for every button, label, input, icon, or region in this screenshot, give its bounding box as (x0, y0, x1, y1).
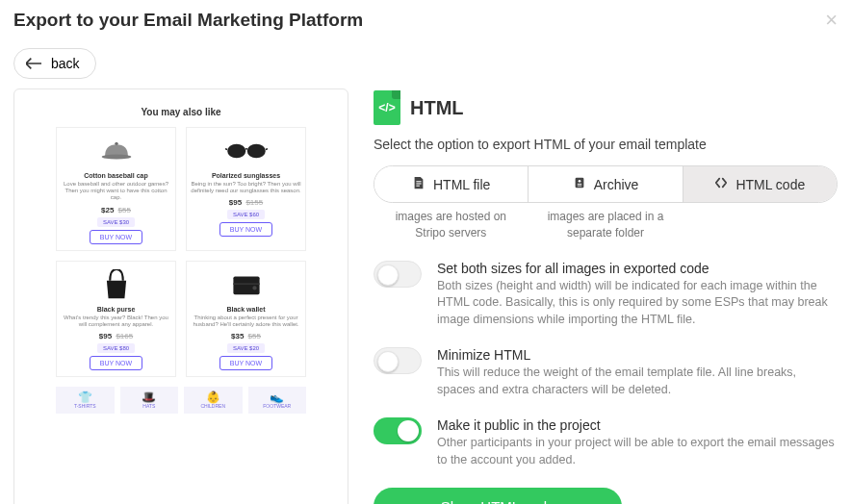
tab-html-file[interactable]: HTML file (374, 166, 529, 202)
template-preview: You may also like Cotton baseball capLov… (13, 88, 348, 504)
tab-label: Archive (594, 177, 639, 192)
product-price: $95 $155 (191, 198, 301, 207)
option-title: Minimize HTML (437, 347, 838, 363)
svg-point-0 (101, 154, 131, 159)
svg-rect-4 (233, 276, 259, 294)
product-desc: What's trendy this year? Black! Then you… (61, 315, 171, 328)
export-option: Make it public in the projectOther parti… (374, 417, 838, 468)
product-name: Cotton baseball cap (61, 172, 171, 179)
svg-rect-10 (575, 178, 583, 189)
svg-point-11 (578, 180, 580, 183)
html-file-icon: </> (374, 90, 400, 125)
product-name: Black wallet (191, 306, 301, 313)
buy-now-button: BUY NOW (219, 222, 272, 237)
preview-product-card: Polarized sunglassesBeing in the sun? To… (186, 127, 306, 251)
export-tabs: HTML fileArchiveHTML code (374, 165, 838, 203)
preview-category: 👕T-SHIRTS (56, 387, 115, 414)
option-desc: Both sizes (height and width) will be in… (437, 278, 838, 329)
category-label: FOOTWEAR (263, 403, 291, 409)
product-price: $95 $165 (61, 332, 171, 340)
export-option: Set both sizes for all images in exporte… (374, 261, 838, 329)
product-image (61, 267, 171, 302)
tab-subtext (683, 203, 838, 241)
tab-label: HTML code (735, 177, 805, 192)
svg-rect-7 (416, 181, 421, 182)
arrow-left-icon (26, 58, 41, 69)
product-name: Black purse (61, 306, 171, 313)
product-image (191, 267, 301, 302)
category-icon: 👟 (270, 391, 284, 403)
product-image (191, 134, 301, 168)
tab-subtext: images are placed in a separate folder (529, 203, 683, 241)
product-price: $35 $55 (191, 332, 301, 340)
tab-html-file-icon (412, 176, 426, 192)
svg-rect-8 (416, 183, 421, 184)
export-option: Minimize HTMLThis will reduce the weight… (374, 347, 838, 398)
toggle-both-sizes[interactable] (374, 261, 422, 288)
svg-point-6 (252, 286, 256, 290)
product-save-badge: SAVE $30 (97, 217, 135, 227)
category-label: CHILDREN (200, 403, 225, 409)
tab-subtext: images are hosted on Stripo servers (374, 203, 529, 241)
tab-html-code[interactable]: HTML code (683, 166, 837, 202)
svg-point-3 (246, 144, 265, 159)
toggle-minimize-html[interactable] (374, 347, 422, 374)
preview-category: 🎩HATS (120, 387, 179, 414)
category-icon: 👕 (78, 391, 92, 403)
back-button-label: back (51, 56, 80, 71)
tab-html-code-icon (714, 176, 728, 192)
buy-now-button: BUY NOW (90, 356, 142, 370)
svg-rect-13 (577, 186, 580, 187)
preview-product-card: Cotton baseball capLove baseball and oth… (56, 127, 176, 251)
svg-point-1 (115, 142, 117, 145)
product-save-badge: SAVE $80 (97, 343, 135, 353)
preview-category: 👶CHILDREN (184, 387, 243, 414)
product-save-badge: SAVE $20 (227, 343, 265, 353)
product-desc: Love baseball and other outdoor games? T… (61, 181, 171, 202)
category-icon: 🎩 (142, 391, 156, 403)
svg-rect-9 (416, 186, 420, 187)
product-save-badge: SAVE $60 (227, 210, 265, 219)
product-name: Polarized sunglasses (191, 172, 301, 179)
format-title: HTML (410, 97, 464, 119)
product-image (61, 134, 171, 168)
product-desc: Thinking about a perfect present for you… (191, 315, 301, 328)
preview-product-card: Black purseWhat's trendy this year? Blac… (56, 261, 176, 377)
tab-archive-icon (573, 176, 586, 192)
product-price: $25 $55 (61, 206, 171, 214)
option-desc: Other participants in your project will … (437, 435, 838, 468)
product-desc: Being in the sun? Too bright? Then you w… (191, 181, 301, 194)
back-button[interactable]: back (13, 48, 96, 79)
category-icon: 👶 (206, 391, 220, 403)
buy-now-button: BUY NOW (219, 356, 272, 370)
category-label: HATS (142, 403, 155, 409)
option-desc: This will reduce the weight of the email… (437, 365, 838, 398)
tab-archive[interactable]: Archive (529, 166, 683, 202)
export-subtitle: Select the option to export HTML of your… (374, 137, 838, 152)
preview-product-card: Black walletThinking about a perfect pre… (186, 261, 306, 377)
preview-heading: You may also like (56, 107, 306, 117)
close-icon[interactable]: × (825, 10, 838, 31)
category-label: T-SHIRTS (74, 403, 96, 409)
tab-label: HTML file (433, 177, 490, 192)
svg-rect-12 (577, 184, 580, 185)
svg-rect-5 (233, 283, 259, 285)
buy-now-button: BUY NOW (90, 230, 142, 244)
svg-point-2 (227, 144, 245, 159)
modal-title: Export to your Email Marketing Platform (13, 10, 838, 31)
option-title: Set both sizes for all images in exporte… (437, 261, 838, 276)
toggle-make-public[interactable] (374, 417, 422, 444)
preview-category: 👟FOOTWEAR (248, 387, 307, 414)
show-html-code-button[interactable]: Show HTML code (374, 488, 622, 504)
option-title: Make it public in the project (437, 417, 838, 433)
